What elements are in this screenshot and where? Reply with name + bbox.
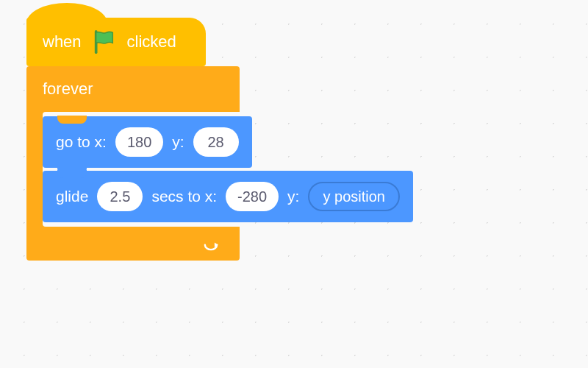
script-stack: when clicked forever go to x: 180 y: 28 … [26, 18, 240, 261]
forever-block[interactable]: forever go to x: 180 y: 28 glide 2.5 sec… [26, 66, 240, 261]
forever-body: go to x: 180 y: 28 glide 2.5 secs to x: … [43, 112, 240, 227]
goto-x-input[interactable]: 180 [115, 127, 163, 157]
green-flag-icon [92, 29, 117, 54]
glide-label-secs-to-x: secs to x: [151, 188, 217, 205]
glide-to-xy-block[interactable]: glide 2.5 secs to x: -280 y: y position [43, 171, 413, 222]
forever-header: forever [26, 66, 240, 112]
hat-suffix-label: clicked [127, 32, 176, 52]
forever-footer [26, 227, 240, 261]
notch [57, 170, 87, 178]
goto-label-x: go to x: [56, 133, 107, 151]
go-to-xy-block[interactable]: go to x: 180 y: 28 [43, 116, 252, 168]
y-position-reporter[interactable]: y position [308, 182, 400, 211]
glide-label-y: y: [287, 188, 299, 205]
forever-label: forever [43, 79, 93, 99]
goto-label-y: y: [172, 133, 184, 151]
hat-prefix-label: when [43, 32, 82, 52]
glide-label: glide [56, 188, 88, 205]
goto-y-input[interactable]: 28 [193, 127, 239, 157]
loop-arrow-icon [201, 236, 220, 251]
notch [57, 116, 87, 124]
when-flag-clicked-block[interactable]: when clicked [26, 18, 206, 66]
glide-x-input[interactable]: -280 [226, 182, 279, 211]
glide-secs-input[interactable]: 2.5 [97, 182, 143, 211]
